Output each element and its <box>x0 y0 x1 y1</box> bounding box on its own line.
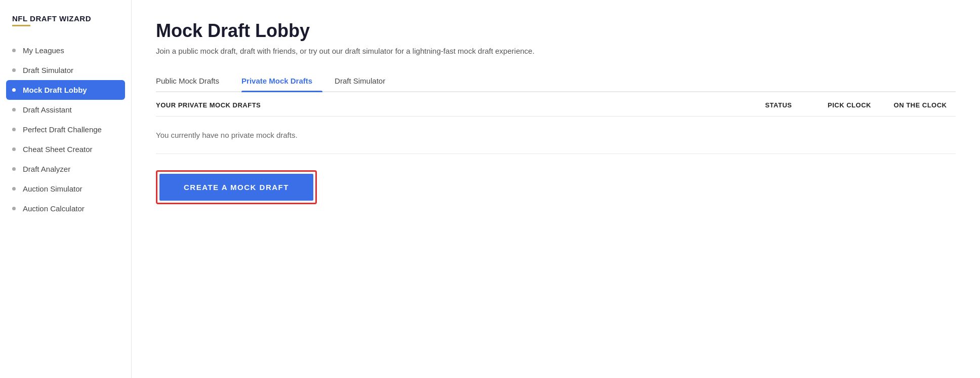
sidebar-item-draft-simulator[interactable]: Draft Simulator <box>0 60 131 80</box>
sidebar-item-label: Draft Simulator <box>23 66 73 74</box>
sidebar-item-mock-draft-lobby[interactable]: Mock Draft Lobby <box>6 80 125 100</box>
nav-bullet-mock-draft-lobby <box>12 88 16 92</box>
nav-bullet-draft-simulator <box>12 68 16 72</box>
sidebar-item-my-leagues[interactable]: My Leagues <box>0 41 131 60</box>
page-subtitle: Join a public mock draft, draft with fri… <box>156 47 956 55</box>
col-on-the-clock: ON THE CLOCK <box>885 101 956 109</box>
sidebar-item-label: Draft Analyzer <box>23 165 70 173</box>
sidebar-item-label: My Leagues <box>23 46 64 55</box>
sidebar-logo-text: NFL DRAFT WIZARD <box>12 14 119 23</box>
sidebar-item-label: Draft Assistant <box>23 105 72 114</box>
sidebar-item-label: Auction Simulator <box>23 184 83 193</box>
tabs: Public Mock Drafts Private Mock Drafts D… <box>156 71 956 92</box>
tab-private-mock-drafts[interactable]: Private Mock Drafts <box>241 71 322 91</box>
tab-public-mock-drafts[interactable]: Public Mock Drafts <box>156 71 229 91</box>
create-button-wrapper: CREATE A MOCK DRAFT <box>156 170 317 204</box>
sidebar-item-label: Cheat Sheet Creator <box>23 145 93 154</box>
create-mock-draft-button[interactable]: CREATE A MOCK DRAFT <box>159 174 313 201</box>
sidebar-item-perfect-draft-challenge[interactable]: Perfect Draft Challenge <box>0 120 131 139</box>
nav-bullet-draft-analyzer <box>12 167 16 171</box>
nav-bullet-auction-simulator <box>12 187 16 191</box>
sidebar-item-cheat-sheet-creator[interactable]: Cheat Sheet Creator <box>0 139 131 159</box>
page-title: Mock Draft Lobby <box>156 20 956 42</box>
sidebar-item-auction-simulator[interactable]: Auction Simulator <box>0 179 131 199</box>
nav-bullet-cheat-sheet-creator <box>12 147 16 151</box>
sidebar-logo-underline <box>12 25 30 26</box>
nav-bullet-auction-calculator <box>12 207 16 210</box>
sidebar: NFL DRAFT WIZARD My Leagues Draft Simula… <box>0 0 132 378</box>
sidebar-item-auction-calculator[interactable]: Auction Calculator <box>0 199 131 218</box>
sidebar-item-label: Auction Calculator <box>23 204 85 213</box>
table-header: YOUR PRIVATE MOCK DRAFTS STATUS PICK CLO… <box>156 92 956 117</box>
col-pick-clock: PICK CLOCK <box>814 101 885 109</box>
sidebar-item-draft-assistant[interactable]: Draft Assistant <box>0 100 131 120</box>
sidebar-nav: My Leagues Draft Simulator Mock Draft Lo… <box>0 36 131 222</box>
nav-bullet-perfect-draft-challenge <box>12 128 16 131</box>
nav-bullet-draft-assistant <box>12 108 16 111</box>
sidebar-logo: NFL DRAFT WIZARD <box>0 14 131 36</box>
sidebar-item-label: Mock Draft Lobby <box>23 86 87 94</box>
sidebar-item-draft-analyzer[interactable]: Draft Analyzer <box>0 159 131 179</box>
create-button-area: CREATE A MOCK DRAFT <box>156 170 317 204</box>
col-your-private-mock-drafts: YOUR PRIVATE MOCK DRAFTS <box>156 101 743 109</box>
tab-draft-simulator[interactable]: Draft Simulator <box>335 71 395 91</box>
col-status: STATUS <box>743 101 814 109</box>
sidebar-item-label: Perfect Draft Challenge <box>23 125 102 134</box>
empty-state: You currently have no private mock draft… <box>156 117 956 154</box>
nav-bullet-my-leagues <box>12 49 16 52</box>
main-content: Mock Draft Lobby Join a public mock draf… <box>132 0 980 378</box>
